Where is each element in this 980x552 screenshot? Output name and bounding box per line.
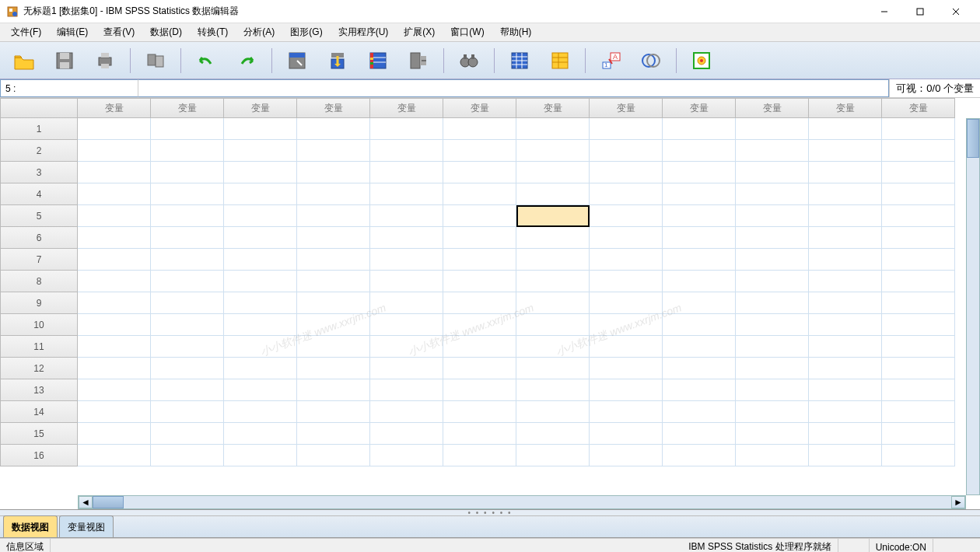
menu-file[interactable]: 文件(F) [3,23,49,41]
cell[interactable] [809,423,882,445]
cell[interactable] [590,379,663,401]
cell[interactable] [443,118,516,140]
redo-button[interactable] [229,46,264,75]
cell[interactable] [882,401,955,423]
cell[interactable] [78,271,151,292]
cell[interactable] [78,249,151,271]
cell[interactable] [151,445,224,466]
cell[interactable] [809,183,882,205]
cell[interactable] [590,162,663,183]
cell[interactable] [297,183,370,205]
cell[interactable] [809,249,882,271]
cell[interactable] [736,140,809,162]
cell[interactable] [516,271,590,292]
cell[interactable] [736,205,809,227]
cell[interactable] [297,249,370,271]
split-file-button[interactable] [502,46,537,75]
cell[interactable] [443,183,516,205]
cell[interactable] [736,358,809,379]
cell[interactable] [736,249,809,271]
cell[interactable] [590,183,663,205]
cell[interactable] [224,183,297,205]
cell[interactable] [882,379,955,401]
cell[interactable] [443,336,516,358]
column-header[interactable]: 变量 [370,98,443,118]
cell[interactable] [224,336,297,358]
cell[interactable] [590,445,663,466]
cell[interactable] [78,401,151,423]
cell[interactable] [443,205,516,227]
cell[interactable] [443,140,516,162]
cell[interactable] [663,205,736,227]
menu-graphs[interactable]: 图形(G) [282,23,330,41]
cell[interactable] [78,140,151,162]
cell[interactable] [882,271,955,292]
cell[interactable] [882,314,955,336]
column-header[interactable]: 变量 [151,98,224,118]
cell[interactable] [297,379,370,401]
open-button[interactable] [6,46,42,75]
minimize-button[interactable] [866,0,902,23]
scrollbar-thumb[interactable] [967,119,979,158]
cell[interactable] [882,292,955,314]
save-button[interactable] [47,46,82,75]
cell[interactable] [736,227,809,249]
cell[interactable] [443,401,516,423]
cell[interactable] [297,162,370,183]
cell[interactable] [516,358,590,379]
cell[interactable] [151,118,224,140]
cell[interactable] [663,401,736,423]
cell[interactable] [151,401,224,423]
cell[interactable] [151,336,224,358]
cell[interactable] [370,227,443,249]
row-header[interactable]: 11 [0,336,78,358]
scrollbar-thumb[interactable] [93,496,124,508]
cell[interactable] [297,118,370,140]
variables-button[interactable] [360,46,396,75]
cell[interactable] [590,271,663,292]
cell[interactable] [882,118,955,140]
splitter[interactable]: • • • • • • [0,510,980,516]
cell[interactable] [516,140,590,162]
cell[interactable] [516,249,590,271]
cell[interactable] [224,162,297,183]
cell[interactable] [224,227,297,249]
cell[interactable] [370,249,443,271]
cell[interactable] [78,336,151,358]
cell[interactable] [370,292,443,314]
cell[interactable] [297,336,370,358]
cell[interactable] [370,162,443,183]
menu-view[interactable]: 查看(V) [96,23,142,41]
column-header[interactable]: 变量 [516,98,590,118]
cell[interactable] [78,227,151,249]
scroll-right-arrow[interactable]: ► [951,496,965,508]
cell[interactable] [297,358,370,379]
row-header[interactable]: 14 [0,401,78,423]
cell[interactable] [590,423,663,445]
menu-data[interactable]: 数据(D) [142,23,190,41]
cell[interactable] [809,358,882,379]
column-header[interactable]: 变量 [882,98,955,118]
cell[interactable] [882,162,955,183]
weight-cases-button[interactable] [542,46,578,75]
cell[interactable] [224,140,297,162]
cell[interactable] [297,140,370,162]
cell[interactable] [809,336,882,358]
cell[interactable] [663,271,736,292]
vertical-scrollbar[interactable] [966,118,980,495]
cell[interactable] [516,162,590,183]
find-button[interactable] [451,46,487,75]
show-all-button[interactable] [684,46,719,75]
cell[interactable] [443,423,516,445]
cell[interactable] [882,336,955,358]
cell[interactable] [882,227,955,249]
cell[interactable] [443,292,516,314]
menu-extensions[interactable]: 扩展(X) [396,23,443,41]
cell[interactable] [882,249,955,271]
cell[interactable] [809,205,882,227]
cell[interactable] [736,162,809,183]
cell[interactable] [297,205,370,227]
menu-window[interactable]: 窗口(W) [443,23,492,41]
cell[interactable] [224,118,297,140]
column-header[interactable]: 变量 [78,98,151,118]
